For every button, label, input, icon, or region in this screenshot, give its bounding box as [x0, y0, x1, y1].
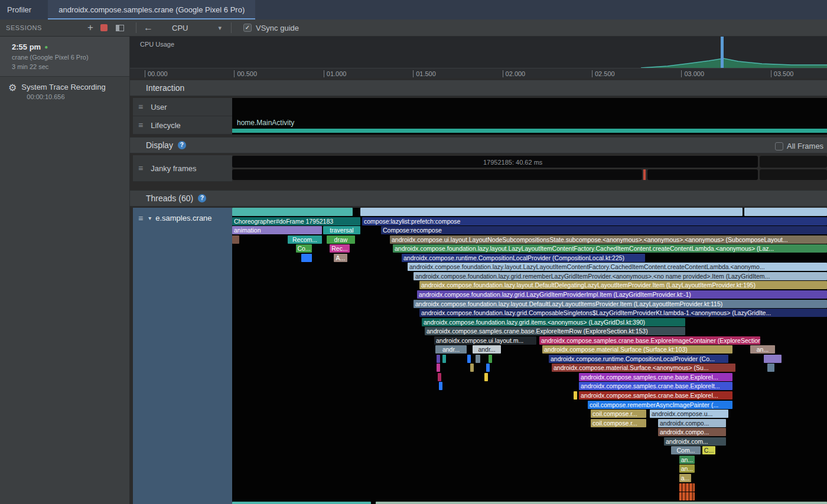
flame-bar[interactable] [437, 355, 440, 363]
flame-bar[interactable]: androidx.compose.u... [650, 410, 728, 418]
flame-bar[interactable]: Com... [671, 446, 701, 454]
flame-bar[interactable]: animation [232, 226, 322, 234]
flame-bar[interactable]: androidx.compose.samples.crane.base.Expl… [579, 373, 732, 381]
flame-bar[interactable] [764, 355, 782, 363]
session-item[interactable]: 2:55 pm● crane (Google Pixel 6 Pro) 3 mi… [0, 37, 129, 77]
flame-bar[interactable]: androidx.compose.samples.crane.base.Expl… [579, 391, 732, 400]
flame-bar[interactable] [744, 208, 827, 216]
flame-bar[interactable]: an... [750, 345, 775, 354]
flame-bar[interactable]: androidx.compose.foundation.lazy.grid.it… [422, 318, 685, 326]
user-track-chart[interactable] [232, 98, 827, 116]
recording-item[interactable]: ⚙ System Trace Recording 00:00:10.656 [0, 77, 129, 105]
flame-bar[interactable]: Rec... [330, 244, 350, 253]
flame-bar[interactable]: androidx.compose.material.Surface (Surfa… [542, 345, 732, 354]
drag-handle-icon[interactable]: ≡ [138, 163, 143, 173]
flame-bar[interactable]: androidx.compo... [658, 419, 726, 427]
flame-bar[interactable]: C... [702, 446, 715, 454]
flame-bar[interactable]: coil.compose.r... [591, 410, 646, 418]
profiler-type-dropdown[interactable]: CPU ▾ [168, 21, 225, 35]
frame-bar[interactable]: 17952185: 40.62 ms [232, 156, 758, 168]
flame-bar[interactable] [232, 502, 371, 504]
flame-bar[interactable]: Co... [296, 244, 312, 253]
flame-bar[interactable] [489, 355, 492, 363]
flame-bar[interactable]: andr... [473, 345, 501, 354]
vsync-checkbox[interactable]: ✓ [243, 24, 252, 32]
drag-handle-icon[interactable]: ≡ [138, 120, 143, 130]
flame-bar[interactable]: androidx.compose.foundation.lazy.layout.… [393, 244, 827, 253]
flame-bar[interactable] [301, 254, 312, 262]
flame-bar[interactable]: traversal [323, 226, 360, 234]
flame-bar[interactable]: androidx.compose.samples.crane.base.Expl… [579, 382, 732, 390]
flame-bar[interactable]: draw [327, 235, 355, 244]
flame-bar[interactable]: Recom... [288, 235, 322, 244]
flame-bar[interactable]: androidx.compose.ui.layout.LayoutNodeSub… [390, 235, 827, 244]
flame-bar[interactable] [679, 492, 695, 500]
flame-bar[interactable] [679, 483, 695, 492]
lifecycle-track-row[interactable]: ≡ Lifecycle home.MainActivity [130, 116, 827, 135]
flame-bar[interactable]: androidx.compose.samples.crane.base.Expl… [425, 327, 685, 335]
flame-bar[interactable] [486, 364, 490, 372]
thread-label-cell[interactable]: ≡ ▾ e.samples.crane [133, 208, 232, 504]
flame-bar[interactable]: androidx.com... [664, 437, 726, 446]
flame-bar[interactable]: androidx.compose.material.Surface.<anony… [552, 364, 735, 372]
flame-bar[interactable]: coil.compose.rememberAsyncImagePainter (… [588, 401, 732, 409]
flame-bar[interactable]: androidx.compose.runtime.CompositionLoca… [549, 355, 728, 363]
flame-bar[interactable] [467, 355, 471, 363]
flame-bar[interactable]: androidx.compose.samples.crane.base.Expl… [539, 336, 760, 345]
lifecycle-track-label-cell[interactable]: ≡ Lifecycle [133, 116, 232, 135]
panel-layout-icon[interactable] [116, 25, 124, 31]
flame-bar[interactable] [376, 502, 827, 504]
session-tab[interactable]: androidx.compose.samples.crane (Google P… [48, 0, 255, 19]
help-icon[interactable]: ? [178, 141, 186, 149]
frame-bar[interactable] [232, 169, 642, 180]
flame-bar[interactable]: androidx.compose.foundation.lazy.layout.… [414, 300, 827, 308]
janky-frame-marker[interactable] [643, 169, 646, 180]
flame-bar[interactable]: an... [679, 464, 695, 473]
flame-bar[interactable] [484, 373, 488, 381]
flame-chart[interactable]: Choreographer#doFrame 17952183compose:la… [232, 208, 827, 504]
flame-bar[interactable]: androidx.compose.foundation.lazy.layout.… [419, 281, 827, 289]
flame-bar[interactable]: androidx.compose.foundation.lazy.layout.… [408, 263, 827, 271]
flame-bar[interactable]: an... [679, 456, 695, 464]
collapse-caret-icon[interactable]: ▾ [148, 215, 151, 221]
flame-bar[interactable] [360, 208, 743, 216]
flame-bar[interactable] [470, 364, 474, 372]
flame-bar[interactable] [767, 364, 774, 372]
flame-bar[interactable] [574, 391, 577, 400]
stop-recording-icon[interactable] [100, 24, 108, 31]
drag-handle-icon[interactable]: ≡ [138, 214, 143, 223]
flame-bar[interactable]: A... [334, 254, 347, 262]
flame-bar[interactable]: Compose:recompose [381, 226, 827, 234]
flame-bar[interactable] [442, 355, 446, 363]
cpu-usage-track[interactable]: CPU Usage 00.00000.50001.00001.50002.000… [130, 37, 827, 78]
back-arrow-icon[interactable]: ← [144, 23, 153, 32]
user-track-label-cell[interactable]: ≡ User [133, 98, 232, 116]
drag-handle-icon[interactable]: ≡ [138, 102, 143, 112]
flame-bar[interactable] [476, 355, 480, 363]
flame-bar[interactable]: Choreographer#doFrame 17952183 [232, 217, 360, 225]
lifecycle-activity-bar[interactable] [232, 129, 827, 133]
janky-frames-label-cell[interactable]: ≡ Janky frames [133, 155, 232, 182]
flame-bar[interactable] [438, 373, 441, 381]
flame-bar[interactable]: androidx.compo... [658, 428, 726, 436]
flame-bar[interactable]: androidx.compose.foundation.lazy.grid.La… [417, 290, 827, 299]
flame-bar[interactable] [232, 235, 239, 244]
frame-bar[interactable] [760, 169, 827, 180]
time-axis[interactable]: 00.00000.50001.00001.50002.00002.50003.0… [130, 68, 827, 78]
flame-bar[interactable] [439, 382, 442, 390]
frame-bar[interactable] [647, 169, 758, 180]
janky-frames-track[interactable]: ≡ Janky frames 17952185: 40.62 ms [130, 155, 827, 182]
flame-bar[interactable] [232, 208, 353, 216]
all-frames-checkbox[interactable] [775, 142, 783, 150]
flame-bar[interactable] [437, 364, 440, 372]
flame-bar[interactable]: andr... [435, 345, 467, 354]
frame-bar[interactable] [760, 156, 827, 168]
flame-bar[interactable]: a... [679, 474, 691, 482]
flame-bar[interactable]: compose:lazylist:prefetch:compose [362, 217, 827, 225]
flame-bar[interactable]: androidx.compose.ui.layout.m... [434, 336, 536, 345]
flame-bar[interactable]: androidx.compose.foundation.lazy.grid.re… [414, 272, 827, 280]
flame-bar[interactable]: androidx.compose.runtime.CompositionLoca… [402, 254, 645, 262]
flame-bar[interactable]: androidx.compose.foundation.lazy.grid.Co… [419, 309, 827, 317]
user-track-row[interactable]: ≡ User [130, 98, 827, 116]
help-icon[interactable]: ? [198, 194, 206, 202]
